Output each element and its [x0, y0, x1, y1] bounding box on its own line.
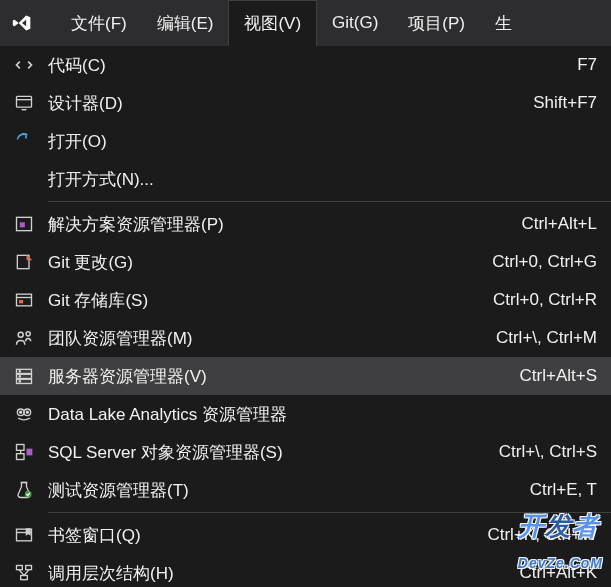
- svg-rect-7: [17, 294, 32, 306]
- svg-rect-31: [26, 566, 32, 570]
- svg-rect-22: [17, 445, 25, 451]
- menubar-label: Git(G): [332, 13, 378, 33]
- menu-item-call-hierarchy[interactable]: 调用层次结构(H) Ctrl+Alt+K: [0, 554, 611, 587]
- menu-label: 团队资源管理器(M): [48, 327, 476, 350]
- menubar-item-view[interactable]: 视图(V): [228, 0, 317, 46]
- menu-item-team-explorer[interactable]: 团队资源管理器(M) Ctrl+\, Ctrl+M: [0, 319, 611, 357]
- menu-label: 解决方案资源管理器(P): [48, 213, 501, 236]
- menu-item-server-explorer[interactable]: 服务器资源管理器(V) Ctrl+Alt+S: [0, 357, 611, 395]
- menu-label: Git 更改(G): [48, 251, 472, 274]
- menu-item-code[interactable]: 代码(C) F7: [0, 46, 611, 84]
- menubar-item-build[interactable]: 生: [480, 0, 527, 46]
- menubar-label: 编辑(E): [157, 12, 214, 35]
- server-explorer-icon: [0, 366, 48, 386]
- svg-point-20: [20, 411, 22, 413]
- svg-line-34: [24, 570, 29, 576]
- menu-shortcut: Ctrl+E, T: [510, 480, 597, 500]
- sql-server-icon: [0, 442, 48, 462]
- svg-rect-24: [27, 449, 33, 456]
- open-icon: [0, 131, 48, 151]
- menubar-item-file[interactable]: 文件(F): [56, 0, 142, 46]
- menu-label: 打开(O): [48, 130, 577, 153]
- team-explorer-icon: [0, 328, 48, 348]
- menu-item-bookmark[interactable]: 书签窗口(Q) Ctrl+K, Ctrl+W: [0, 516, 611, 554]
- vs-logo-icon: [8, 9, 36, 37]
- menu-label: Git 存储库(S): [48, 289, 473, 312]
- menubar-label: 文件(F): [71, 12, 127, 35]
- menu-label: 代码(C): [48, 54, 557, 77]
- designer-icon: [0, 93, 48, 113]
- menu-shortcut: Ctrl+K, Ctrl+W: [467, 525, 597, 545]
- menu-label: 设计器(D): [48, 92, 513, 115]
- menu-item-solution-explorer[interactable]: 解决方案资源管理器(P) Ctrl+Alt+L: [0, 205, 611, 243]
- menu-shortcut: Ctrl+\, Ctrl+M: [476, 328, 597, 348]
- menu-shortcut: Ctrl+0, Ctrl+R: [473, 290, 597, 310]
- view-dropdown: 代码(C) F7 设计器(D) Shift+F7 打开(O) 打开方式(N)..…: [0, 46, 611, 587]
- svg-point-15: [19, 371, 20, 372]
- menu-shortcut: Ctrl+Alt+K: [500, 563, 597, 583]
- menubar: 文件(F) 编辑(E) 视图(V) Git(G) 项目(P) 生: [0, 0, 611, 46]
- svg-rect-0: [17, 96, 32, 107]
- menu-shortcut: Ctrl+0, Ctrl+G: [472, 252, 597, 272]
- svg-line-33: [19, 570, 24, 576]
- svg-point-16: [19, 376, 20, 377]
- menu-label: 打开方式(N)...: [48, 168, 577, 191]
- datalake-icon: [0, 404, 48, 424]
- svg-point-21: [26, 411, 28, 413]
- test-explorer-icon: [0, 480, 48, 500]
- svg-rect-30: [17, 566, 23, 570]
- menu-shortcut: Ctrl+Alt+L: [501, 214, 597, 234]
- menu-item-test-explorer[interactable]: 测试资源管理器(T) Ctrl+E, T: [0, 471, 611, 509]
- menu-label: 测试资源管理器(T): [48, 479, 510, 502]
- bookmark-icon: [0, 525, 48, 545]
- menubar-item-edit[interactable]: 编辑(E): [142, 0, 229, 46]
- menu-shortcut: Shift+F7: [513, 93, 597, 113]
- menu-shortcut: Ctrl+\, Ctrl+S: [479, 442, 597, 462]
- svg-point-11: [26, 332, 30, 336]
- menubar-label: 生: [495, 12, 512, 35]
- menu-label: Data Lake Analytics 资源管理器: [48, 403, 577, 426]
- menu-label: SQL Server 对象资源管理器(S): [48, 441, 479, 464]
- svg-point-10: [18, 332, 23, 337]
- menu-item-sql-server[interactable]: SQL Server 对象资源管理器(S) Ctrl+\, Ctrl+S: [0, 433, 611, 471]
- git-changes-icon: [0, 252, 48, 272]
- code-icon: [0, 55, 48, 75]
- git-repo-icon: [0, 290, 48, 310]
- menu-item-git-repo[interactable]: Git 存储库(S) Ctrl+0, Ctrl+R: [0, 281, 611, 319]
- solution-explorer-icon: [0, 214, 48, 234]
- menu-item-open[interactable]: 打开(O): [0, 122, 611, 160]
- menu-item-designer[interactable]: 设计器(D) Shift+F7: [0, 84, 611, 122]
- menu-item-data-lake[interactable]: Data Lake Analytics 资源管理器: [0, 395, 611, 433]
- menu-label: 服务器资源管理器(V): [48, 365, 500, 388]
- svg-rect-9: [19, 300, 23, 303]
- menubar-label: 视图(V): [244, 12, 301, 35]
- svg-point-17: [19, 381, 20, 382]
- menu-item-open-with[interactable]: 打开方式(N)...: [0, 160, 611, 198]
- menu-shortcut: F7: [557, 55, 597, 75]
- menu-label: 调用层次结构(H): [48, 562, 500, 585]
- menu-label: 书签窗口(Q): [48, 524, 467, 547]
- menu-item-git-changes[interactable]: Git 更改(G) Ctrl+0, Ctrl+G: [0, 243, 611, 281]
- menu-shortcut: Ctrl+Alt+S: [500, 366, 597, 386]
- svg-rect-23: [17, 454, 25, 460]
- svg-rect-32: [21, 576, 28, 580]
- menubar-label: 项目(P): [408, 12, 465, 35]
- menu-separator: [48, 512, 611, 513]
- menu-separator: [48, 201, 611, 202]
- menubar-item-git[interactable]: Git(G): [317, 0, 393, 46]
- menubar-item-project[interactable]: 项目(P): [393, 0, 480, 46]
- svg-rect-4: [20, 222, 25, 227]
- call-hierarchy-icon: [0, 563, 48, 583]
